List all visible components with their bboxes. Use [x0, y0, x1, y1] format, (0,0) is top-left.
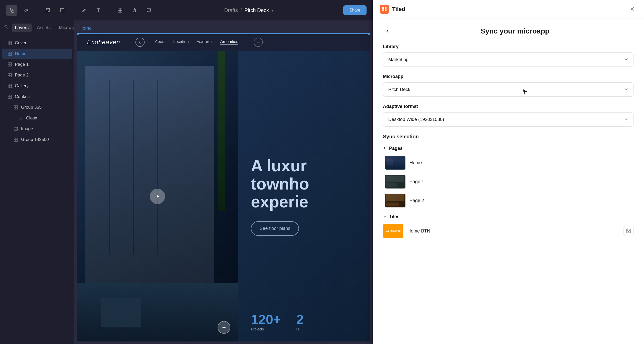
svg-rect-37	[8, 95, 9, 96]
tab-layers[interactable]: Layers	[12, 24, 32, 32]
facade-line-3	[157, 80, 158, 254]
nav-location[interactable]: Location	[173, 39, 189, 45]
tile-name-home-btn: Home BTN	[407, 228, 619, 234]
pages-label: Pages	[389, 146, 403, 151]
toolbar-right: Share	[343, 5, 367, 15]
nav-back-arrow[interactable]	[135, 38, 145, 47]
hero-title-line2: townho	[251, 175, 357, 193]
toolbar-sep-3	[109, 6, 109, 14]
pen-tool-btn[interactable]	[78, 5, 90, 16]
layer-list: Cover Home Page 1	[0, 35, 74, 344]
layer-item-group355[interactable]: Group 355	[2, 102, 72, 113]
nav-amenities[interactable]: Amenities	[220, 39, 238, 45]
layer-icon-page1	[7, 62, 12, 67]
hero-cta-button[interactable]: See floor plans	[251, 221, 299, 236]
tiled-app-name: Tiled	[392, 6, 405, 13]
svg-rect-32	[10, 75, 12, 77]
svg-rect-38	[10, 95, 12, 96]
adaptive-section: Adaptive format Desktop Wide (1920x1080)	[383, 104, 634, 127]
add-button[interactable]: +	[218, 321, 230, 334]
layer-item-cover[interactable]: Cover	[2, 38, 72, 48]
svg-rect-47	[16, 138, 18, 139]
layer-icon-group142500	[13, 137, 18, 142]
palm-trunk	[218, 51, 225, 211]
select-tool-btn[interactable]	[6, 5, 17, 16]
library-value: Marketing	[388, 57, 409, 62]
svg-point-15	[5, 25, 7, 28]
svg-line-16	[7, 28, 8, 29]
page-item-page2[interactable]: Page 2	[385, 191, 634, 210]
back-button[interactable]	[383, 27, 392, 36]
frame-tool-btn[interactable]	[42, 5, 53, 16]
shape-tool-btn[interactable]	[57, 5, 68, 16]
move-tool-btn[interactable]	[20, 5, 32, 16]
canvas-frame: Ecoheaven About Location Features Amenit…	[77, 33, 370, 341]
tiled-logo	[380, 5, 389, 14]
stat-other: 2 H	[296, 312, 304, 331]
tile-thumb-home-btn: Get started	[383, 224, 403, 238]
page-item-home[interactable]: Home	[385, 153, 634, 172]
layer-icon-image	[13, 126, 18, 131]
microapp-value: Pitch Deck	[388, 87, 410, 92]
facade-line-1	[109, 80, 110, 254]
svg-rect-31	[8, 75, 9, 77]
layer-icon-close	[18, 116, 24, 121]
page-item-page1[interactable]: Page 1	[385, 172, 634, 191]
editor-container: T	[0, 0, 373, 344]
microapp-section: Microapp Pitch Deck	[383, 74, 634, 97]
search-icon[interactable]	[4, 25, 9, 31]
nav-links: About Location Features Amenities	[155, 39, 238, 45]
breadcrumb-separator: /	[240, 7, 242, 13]
frame-corner-tl[interactable]	[77, 33, 79, 35]
breadcrumb-drafts[interactable]: Drafts	[224, 7, 238, 13]
svg-rect-41	[14, 106, 16, 107]
nav-about[interactable]: About	[155, 39, 166, 45]
nav-more-icon[interactable]: ···	[254, 38, 263, 47]
layer-label-home: Home	[15, 51, 26, 56]
share-button[interactable]: Share	[343, 5, 367, 15]
adaptive-value: Desktop Wide (1920x1080)	[388, 117, 444, 122]
website-hero: + A luxur townho experie See floor plans	[77, 51, 370, 341]
sync-selection-section: Sync selection Pages	[383, 134, 634, 240]
car-silhouette	[101, 298, 142, 327]
svg-rect-34	[10, 84, 12, 86]
tiles-section: Tiles Get started Home BTN	[383, 212, 634, 240]
library-dropdown[interactable]: Marketing	[383, 52, 634, 67]
microapp-dropdown[interactable]: Pitch Deck	[383, 82, 634, 97]
layer-icon-page2	[7, 73, 12, 78]
nav-features[interactable]: Features	[196, 39, 212, 45]
svg-rect-33	[8, 84, 9, 86]
layer-item-page1[interactable]: Page 1	[2, 59, 72, 70]
tool-group-frame	[42, 5, 68, 16]
tile-item-home-btn[interactable]: Get started Home BTN	[383, 221, 634, 240]
svg-rect-11	[118, 8, 120, 10]
layer-item-page2[interactable]: Page 2	[2, 70, 72, 80]
comment-tool-btn[interactable]	[143, 5, 154, 16]
layer-item-image[interactable]: Image	[2, 124, 72, 134]
breadcrumb-dropdown-arrow[interactable]: ▾	[271, 8, 273, 13]
component-tool-btn[interactable]	[114, 5, 126, 16]
adaptive-label: Adaptive format	[383, 104, 634, 109]
layer-item-close[interactable]: Close	[2, 113, 72, 123]
svg-rect-52	[385, 7, 387, 9]
layer-item-contact[interactable]: Contact	[2, 92, 72, 102]
adaptive-dropdown[interactable]: Desktop Wide (1920x1080)	[383, 112, 634, 127]
close-panel-button[interactable]: ✕	[628, 5, 637, 14]
text-tool-btn[interactable]: T	[93, 5, 104, 16]
tiled-header: Tiled ✕	[373, 0, 644, 18]
play-button[interactable]	[150, 189, 165, 204]
tab-assets[interactable]: Assets	[34, 24, 54, 32]
hand-tool-btn[interactable]	[129, 5, 140, 16]
svg-rect-27	[8, 65, 9, 66]
layer-item-home[interactable]: Home	[2, 49, 72, 59]
svg-rect-54	[385, 9, 387, 11]
frame-corner-tr[interactable]	[368, 33, 370, 35]
pages-collapse-header[interactable]: Pages	[383, 144, 634, 153]
layer-item-gallery[interactable]: Gallery	[2, 81, 72, 91]
svg-rect-21	[8, 52, 9, 53]
layer-item-group142500[interactable]: Group 142500	[2, 135, 72, 145]
tiles-collapse-header[interactable]: Tiles	[383, 212, 634, 221]
tiled-body: Sync your microapp Library Marketing Mic…	[373, 18, 644, 344]
svg-rect-12	[120, 8, 122, 10]
tile-image-icon[interactable]	[624, 226, 634, 236]
